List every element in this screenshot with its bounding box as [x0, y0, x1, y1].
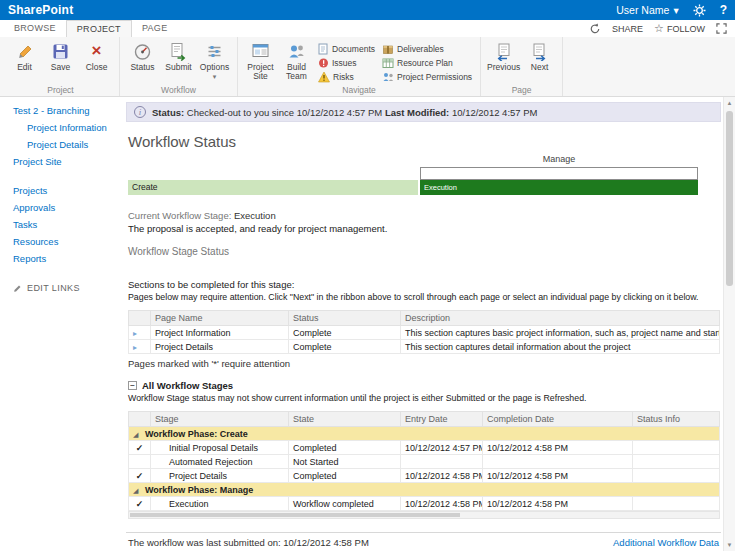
- stage-state: Not Started: [289, 455, 401, 469]
- scrollbar-thumb[interactable]: [130, 513, 460, 517]
- table-horizontal-scrollbar[interactable]: [128, 511, 720, 519]
- sharepoint-window: SharePoint User Name ▾ ? BROWSE PROJECT …: [0, 0, 735, 551]
- stage-bar-create[interactable]: Create: [128, 180, 418, 195]
- stage-bar-execution[interactable]: Execution: [420, 180, 698, 195]
- stage-entry-date: [401, 455, 483, 469]
- ribbon-group-project: Edit Save × Close Project: [2, 37, 120, 96]
- resource-plan-button-label: Resource Plan: [397, 58, 453, 68]
- risks-warning-icon: [318, 71, 330, 83]
- additional-workflow-data-link[interactable]: Additional Workflow Data: [613, 537, 719, 548]
- focus-on-content-icon[interactable]: [716, 23, 727, 34]
- sidebar-item-approvals[interactable]: Approvals: [13, 199, 121, 216]
- next-button[interactable]: Next: [522, 39, 557, 74]
- column-header-state: State: [289, 412, 401, 427]
- stage-name: Initial Proposal Details: [151, 441, 289, 455]
- group-triangle-icon: ◢: [133, 431, 138, 438]
- table-row[interactable]: ▸ Project Information Complete This sect…: [129, 326, 720, 340]
- phase-group-row-create[interactable]: ◢ Workflow Phase: Create: [129, 427, 720, 441]
- issues-button[interactable]: Issues: [315, 56, 378, 69]
- submit-button[interactable]: Submit: [161, 39, 196, 74]
- all-workflow-stages-heading: − All Workflow Stages: [128, 380, 723, 391]
- edit-links-label: EDIT LINKS: [27, 283, 80, 293]
- share-button[interactable]: SHARE: [612, 24, 643, 34]
- sync-icon[interactable]: [589, 23, 601, 35]
- close-icon: ×: [87, 41, 107, 61]
- build-team-button[interactable]: Build Team: [279, 39, 314, 84]
- status-button[interactable]: Status: [125, 39, 160, 74]
- status-message: Checked-out to you since 10/12/2012 4:57…: [187, 107, 382, 118]
- main-content: i Status: Checked-out to you since 10/12…: [125, 102, 723, 551]
- scrollbar-thumb[interactable]: [726, 111, 733, 286]
- table-row[interactable]: ▸ Project Details Complete This section …: [129, 340, 720, 354]
- page-description: This section captures detail information…: [401, 340, 720, 354]
- save-button-label: Save: [51, 63, 70, 72]
- gear-icon[interactable]: [693, 4, 706, 17]
- stage-state: Completed: [289, 441, 401, 455]
- save-floppy-icon: [51, 41, 71, 61]
- scroll-up-icon[interactable]: ▲: [724, 97, 735, 109]
- project-site-button[interactable]: Project Site: [243, 39, 278, 84]
- follow-button[interactable]: ☆ FOLLOW: [654, 22, 705, 35]
- current-stage-line: Current Workflow Stage: Execution: [128, 210, 723, 221]
- sidebar-item-projects[interactable]: Projects: [13, 182, 121, 199]
- sidebar-item-project-name[interactable]: Test 2 - Branching: [13, 102, 121, 119]
- sidebar-item-project-site[interactable]: Project Site: [13, 153, 121, 170]
- column-header-status-info: Status Info: [633, 412, 720, 427]
- scroll-down-icon[interactable]: ▼: [724, 539, 735, 551]
- user-name-label: User Name: [616, 4, 669, 16]
- tab-project[interactable]: PROJECT: [66, 20, 132, 37]
- resource-plan-button[interactable]: Resource Plan: [379, 56, 475, 69]
- table-row[interactable]: Automated Rejection Not Started: [129, 455, 720, 469]
- content-footer: The workflow was last submitted on: 10/1…: [126, 532, 721, 548]
- table-row[interactable]: ✓ Initial Proposal Details Completed 10/…: [129, 441, 720, 455]
- sections-note: Pages below may require attention. Click…: [128, 292, 723, 302]
- tab-browse[interactable]: BROWSE: [4, 20, 66, 37]
- all-workflow-stages-label: All Workflow Stages: [142, 380, 233, 391]
- save-button[interactable]: Save: [43, 39, 78, 74]
- previous-button[interactable]: Previous: [486, 39, 521, 74]
- workflow-stage-status-heading: Workflow Stage Status: [128, 246, 723, 257]
- page-status: Complete: [289, 326, 401, 340]
- phase-group-label: Workflow Phase: Create: [145, 429, 248, 439]
- deliverables-button[interactable]: Deliverables: [379, 42, 475, 55]
- options-button[interactable]: Options ▾: [197, 39, 232, 81]
- page-link-project-details[interactable]: Project Details: [151, 340, 289, 354]
- options-button-label: Options: [200, 63, 229, 72]
- tab-page[interactable]: PAGE: [132, 20, 178, 37]
- documents-button[interactable]: Documents: [315, 42, 378, 55]
- ribbon-group-label-navigate: Navigate: [238, 85, 480, 95]
- edit-button[interactable]: Edit: [7, 39, 42, 74]
- table-row[interactable]: ✓ Project Details Completed 10/12/2012 4…: [129, 469, 720, 483]
- sidebar-item-project-details[interactable]: Project Details: [13, 136, 121, 153]
- help-icon[interactable]: ?: [720, 3, 727, 17]
- pages-table-header-row: Page Name Status Description: [129, 311, 720, 326]
- sidebar-item-project-information[interactable]: Project Information: [13, 119, 121, 136]
- user-menu[interactable]: User Name ▾: [616, 4, 678, 16]
- risks-button[interactable]: Risks: [315, 70, 378, 83]
- phase-group-row-manage[interactable]: ◢ Workflow Phase: Manage: [129, 483, 720, 497]
- edit-links-button[interactable]: EDIT LINKS: [13, 283, 121, 293]
- sidebar-item-reports[interactable]: Reports: [13, 250, 121, 267]
- check-column-header: [129, 412, 151, 427]
- ribbon-group-navigate: Project Site Build Team Documents: [238, 37, 481, 96]
- info-icon: i: [134, 106, 146, 118]
- sidebar-item-tasks[interactable]: Tasks: [13, 216, 121, 233]
- submit-button-label: Submit: [165, 63, 191, 72]
- page-link-project-information[interactable]: Project Information: [151, 326, 289, 340]
- vertical-scrollbar[interactable]: ▲ ▼: [723, 97, 735, 551]
- stage-entry-date: 10/12/2012 4:58 PM: [401, 497, 483, 511]
- page-description: This section captures basic project info…: [401, 326, 720, 340]
- build-team-button-label: Build Team: [280, 63, 313, 82]
- table-row[interactable]: ✓ Execution Workflow completed 10/12/201…: [129, 497, 720, 511]
- sidebar-item-resources[interactable]: Resources: [13, 233, 121, 250]
- deliverables-button-label: Deliverables: [397, 44, 444, 54]
- page-status: Complete: [289, 340, 401, 354]
- column-header-stage: Stage: [151, 412, 289, 427]
- current-stage-value: Execution: [234, 210, 276, 221]
- column-header-entry-date: Entry Date: [401, 412, 483, 427]
- deliverables-box-icon: [382, 43, 394, 55]
- project-permissions-button[interactable]: Project Permissions: [379, 70, 475, 83]
- close-button[interactable]: × Close: [79, 39, 114, 74]
- issues-button-label: Issues: [332, 58, 357, 68]
- collapse-icon[interactable]: −: [128, 381, 137, 390]
